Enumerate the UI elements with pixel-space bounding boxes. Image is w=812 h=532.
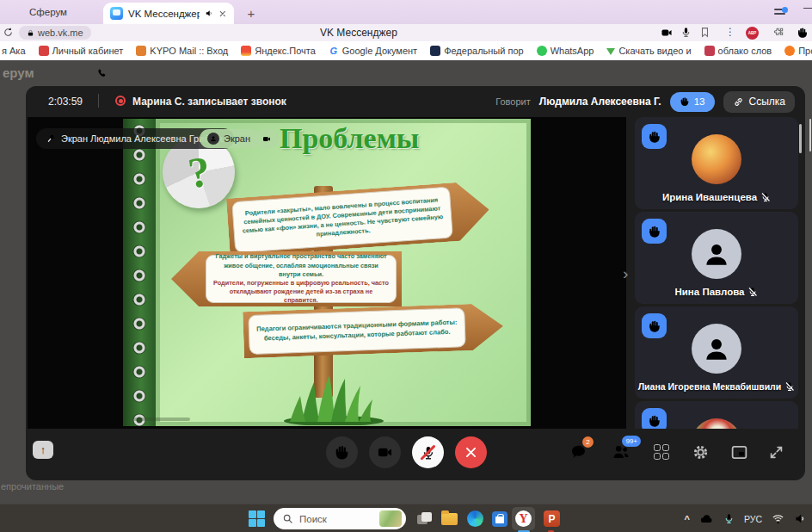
bookmark-item[interactable]: Федеральный пор: [430, 46, 524, 56]
window-minimize-icon[interactable]: —: [803, 2, 812, 14]
pin-icon: [44, 132, 58, 146]
file-explorer-button[interactable]: [440, 510, 458, 528]
volume-icon[interactable]: [794, 512, 807, 525]
chat-badge: 2: [582, 436, 594, 448]
bookmark-favicon: [606, 48, 615, 55]
tab-list-icon[interactable]: [774, 8, 788, 18]
bookmark-item[interactable]: я Ака: [2, 46, 26, 56]
search-daily-image: [379, 510, 402, 527]
windows-taskbar: Поиск Y P ^ РУС: [0, 504, 812, 532]
bookmark-favicon: [537, 46, 547, 56]
tab-sferum[interactable]: Сферум: [19, 0, 77, 24]
bookmark-flag-icon[interactable]: [699, 27, 710, 38]
pip-icon: [730, 443, 748, 461]
participant-tile[interactable]: Лиана Игоревна Меквабишвили: [635, 306, 798, 399]
tab-close-icon[interactable]: [218, 9, 227, 18]
sign-text-2: Гаджеты и виртуальное пространство часто…: [206, 255, 397, 303]
participant-tile[interactable]: Нина Павлова: [635, 212, 798, 304]
hand-icon: [648, 225, 661, 238]
participants-list: Ирина Ивашенцева Нина Павлова Лиана Игор…: [635, 117, 798, 429]
page-scrollbar[interactable]: [809, 119, 811, 152]
windows-logo-icon: [249, 510, 266, 528]
bookmark-item[interactable]: GGoogle Документ: [329, 46, 417, 56]
store-button[interactable]: [490, 510, 508, 528]
browser-address-bar: web.vk.me VK Мессенджер ⋮ ABP: [0, 24, 812, 41]
collapse-panel-chevron[interactable]: ›: [623, 265, 628, 281]
raised-hands-counter[interactable]: 13: [670, 92, 715, 112]
new-tab-button[interactable]: +: [243, 4, 260, 22]
gear-icon: [692, 443, 710, 461]
tray-overflow-chevron[interactable]: ^: [685, 514, 690, 524]
edge-button[interactable]: [466, 510, 484, 528]
participant-tile[interactable]: Ирина Ивашенцева: [635, 117, 798, 209]
fullscreen-button[interactable]: [766, 442, 786, 462]
screen-badge[interactable]: Экран: [200, 129, 258, 148]
bookmarks-bar: я Ака Личный кабинет KYPO Mail :: Вход Я…: [0, 41, 812, 60]
end-call-button[interactable]: [455, 436, 487, 468]
camera-button[interactable]: [369, 436, 401, 468]
bookmark-item[interactable]: облако слов: [704, 46, 772, 56]
browser-tab-bar: Сферум VK Мессенджер + —: [0, 0, 812, 24]
participants-scrollbar[interactable]: [799, 124, 802, 153]
copy-link-button[interactable]: Ссылка: [723, 91, 795, 113]
page-header-fragment: ерум: [3, 65, 34, 80]
browser-menu-icon[interactable]: ⋮: [725, 26, 735, 38]
edge-icon: [467, 510, 483, 527]
avatar: [692, 418, 741, 429]
page-mic-icon[interactable]: [680, 27, 692, 38]
adblock-extension-icon[interactable]: ABP: [746, 27, 759, 40]
tab-label: VK Мессенджер: [128, 9, 200, 19]
url-field[interactable]: web.vk.me: [19, 26, 91, 40]
bookmark-favicon: [784, 46, 795, 56]
hand-icon: [648, 319, 661, 333]
screenshot-root: Сферум VK Мессенджер + — web.vk.me VK Ме…: [0, 0, 812, 532]
reload-icon[interactable]: [3, 27, 14, 38]
language-indicator[interactable]: РУС: [744, 514, 762, 524]
settings-button[interactable]: [690, 442, 710, 462]
share-content-button[interactable]: ↑: [33, 441, 53, 459]
grid-icon: [654, 444, 670, 461]
picture-in-picture-button[interactable]: [729, 442, 749, 462]
slide-copyright-mark: [133, 418, 190, 421]
bookmark-item[interactable]: Проекты 2024: [784, 46, 812, 56]
bookmark-favicon: [430, 46, 440, 56]
layout-grid-button[interactable]: [651, 442, 672, 462]
presentation-slide: Проблемы ? Родители «закрыты», мало вовл…: [123, 119, 531, 426]
extension-hand-icon[interactable]: [797, 27, 809, 39]
avatar: [692, 134, 741, 184]
wifi-icon[interactable]: [772, 512, 784, 525]
screen-camera-badge[interactable]: [255, 129, 279, 148]
bookmark-favicon: [704, 46, 715, 56]
tray-mic-icon[interactable]: [723, 513, 735, 524]
page-camera-icon[interactable]: [661, 27, 673, 39]
bookmark-item[interactable]: Яндекс.Почта: [241, 46, 316, 56]
bookmark-item[interactable]: Личный кабинет: [39, 46, 124, 56]
avatar: [692, 229, 741, 279]
raise-hand-button[interactable]: [326, 436, 358, 468]
onedrive-cloud-icon[interactable]: [699, 511, 714, 526]
powerpoint-button[interactable]: P: [543, 510, 561, 528]
bookmark-favicon: [241, 46, 251, 56]
yandex-browser-button[interactable]: Y: [512, 507, 535, 530]
tab-sound-icon[interactable]: [205, 9, 214, 18]
participant-tile[interactable]: [635, 401, 798, 429]
bookmark-item[interactable]: Скачать видео и: [606, 46, 691, 56]
participants-button[interactable]: 99+: [611, 442, 631, 462]
search-icon: [282, 513, 293, 524]
mic-off-icon: [760, 192, 771, 202]
tab-vk-messenger[interactable]: VK Мессенджер: [103, 3, 234, 24]
recording-icon: [115, 96, 126, 106]
bookmark-item[interactable]: KYPO Mail :: Вход: [136, 46, 228, 56]
taskbar-search[interactable]: Поиск: [274, 508, 406, 529]
task-view-button[interactable]: [415, 510, 434, 528]
mic-off-icon: [747, 287, 758, 297]
screen-share-area: Экран Людмила Алексеевна Грибань Экран П…: [28, 117, 626, 429]
extensions-puzzle-icon[interactable]: [772, 27, 784, 39]
chat-button[interactable]: 2: [568, 442, 588, 462]
start-button[interactable]: [248, 510, 266, 528]
raised-hand-badge: [642, 313, 667, 338]
camera-icon: [377, 444, 393, 461]
raised-hand-badge: [642, 124, 667, 149]
microphone-muted-button[interactable]: [412, 436, 444, 468]
bookmark-item[interactable]: WhatsApp: [537, 46, 594, 56]
